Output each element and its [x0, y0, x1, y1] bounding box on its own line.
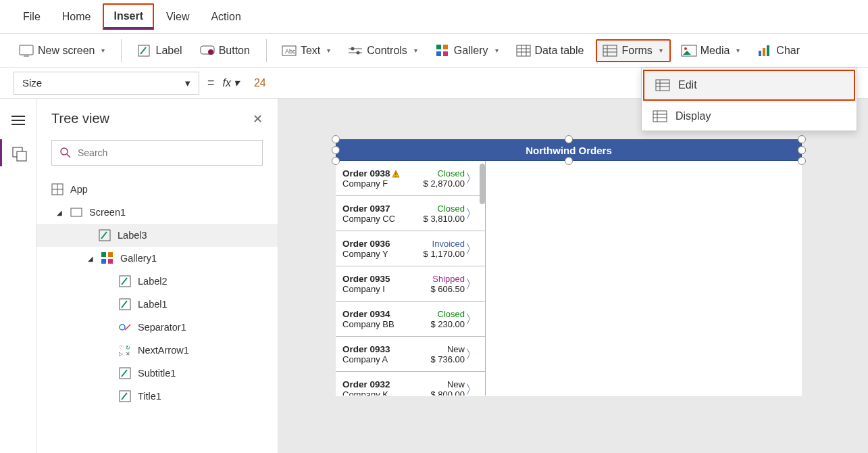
forms-label: Forms	[621, 45, 652, 57]
amount-label: $ 1,170.00	[417, 249, 465, 259]
charts-button[interactable]: Char	[752, 41, 807, 61]
forms-button[interactable]: Forms ▾	[596, 39, 670, 62]
gallery-row[interactable]: Order 0932Company KNew$ 800.00〉	[336, 372, 485, 396]
forms-edit-item[interactable]: Edit	[643, 70, 855, 101]
text-icon: Abc	[283, 45, 295, 57]
status-label: Closed	[417, 309, 465, 319]
gallery-row[interactable]: Order 0935Company IShipped$ 606.50〉	[336, 266, 485, 302]
resize-handle[interactable]	[332, 146, 340, 154]
label-icon	[99, 229, 111, 241]
label-icon	[119, 275, 131, 287]
tree-item-label: Screen1	[89, 207, 126, 218]
resize-handle[interactable]	[332, 135, 340, 143]
tree-item-label3[interactable]: Label3	[36, 224, 278, 247]
resize-handle[interactable]	[565, 135, 573, 143]
tree-item-label2[interactable]: Label2	[36, 270, 278, 293]
gallery-row[interactable]: Order 0937Company CCClosed$ 3,810.00〉	[336, 196, 485, 231]
amount-label: $ 736.00	[417, 354, 465, 364]
top-menu-bar: File Home Insert View Action	[0, 0, 868, 34]
screen-icon	[20, 45, 32, 57]
collapse-icon[interactable]: ◢	[57, 209, 63, 216]
chevron-right-icon[interactable]: 〉	[465, 170, 478, 187]
tab-home[interactable]: Home	[53, 5, 101, 28]
tree-item-title1[interactable]: Title1	[36, 385, 278, 408]
tree-item-nextarrow1[interactable]: ♡↻▷✕ NextArrow1	[36, 339, 278, 362]
tree-view-icon[interactable]	[10, 145, 26, 161]
chevron-right-icon[interactable]: 〉	[465, 311, 478, 327]
gallery-button[interactable]: Gallery ▾	[430, 41, 505, 61]
tree-item-app[interactable]: App	[36, 178, 278, 201]
forms-display-item[interactable]: Display	[642, 102, 857, 130]
svg-rect-29	[656, 80, 669, 91]
controls-button[interactable]: Controls ▾	[342, 41, 424, 61]
resize-handle[interactable]	[565, 157, 573, 165]
order-label: Order 0936	[342, 239, 417, 249]
property-select[interactable]: Size ▾	[14, 72, 199, 95]
forms-display-label: Display	[675, 110, 711, 122]
resize-handle[interactable]	[798, 146, 806, 154]
tree-item-label: Label3	[118, 230, 147, 241]
scrollbar[interactable]	[480, 164, 485, 204]
tab-file[interactable]: File	[14, 5, 50, 28]
chevron-down-icon: ▾	[101, 47, 105, 54]
tree-item-label: Label1	[138, 299, 168, 310]
svg-text:↻: ↻	[126, 345, 130, 351]
tab-view[interactable]: View	[157, 5, 199, 28]
tab-insert[interactable]: Insert	[103, 3, 154, 30]
chevron-down-icon: ▾	[659, 47, 663, 54]
button-button[interactable]: Button	[195, 41, 257, 61]
new-screen-button[interactable]: New screen ▾	[14, 41, 111, 61]
button-icon	[201, 45, 213, 57]
canvas[interactable]: Northwind Orders Order 0938Company FClos…	[278, 99, 868, 453]
chevron-right-icon[interactable]: 〉	[465, 241, 478, 257]
gallery-label: Gallery	[454, 45, 488, 57]
gallery-row[interactable]: Order 0934Company BBClosed$ 230.00〉	[336, 302, 485, 337]
app-icon	[51, 183, 63, 195]
label-button[interactable]: Label	[131, 41, 188, 61]
collapse-icon[interactable]: ◢	[88, 255, 95, 262]
svg-rect-51	[101, 259, 106, 264]
media-button[interactable]: Media ▾	[676, 41, 747, 61]
resize-handle[interactable]	[332, 157, 340, 165]
svg-text:▷: ▷	[119, 351, 124, 357]
title-label-control[interactable]: Northwind Orders	[336, 139, 802, 161]
gallery-control[interactable]: Order 0938Company FClosed$ 2,870.00〉Orde…	[336, 161, 486, 396]
tab-action[interactable]: Action	[201, 5, 250, 28]
svg-point-63	[395, 176, 396, 176]
chevron-right-icon[interactable]: 〉	[465, 346, 478, 362]
form-icon	[657, 79, 669, 91]
tree-item-separator1[interactable]: Separator1	[36, 316, 278, 339]
data-table-button[interactable]: Data table	[511, 41, 591, 61]
form-icon	[654, 110, 666, 122]
tree-item-subtitle1[interactable]: Subtitle1	[36, 362, 278, 385]
svg-rect-15	[517, 45, 530, 56]
svg-rect-41	[17, 151, 26, 161]
gallery-row[interactable]: Order 0938Company FClosed$ 2,870.00〉	[336, 161, 485, 196]
chevron-right-icon[interactable]: 〉	[465, 206, 478, 222]
charts-label: Char	[776, 45, 800, 57]
tree-search[interactable]	[51, 140, 263, 166]
svg-rect-28	[767, 45, 769, 56]
hamburger-icon[interactable]	[10, 112, 26, 128]
resize-handle[interactable]	[798, 157, 806, 165]
chevron-right-icon[interactable]: 〉	[465, 276, 478, 292]
controls-icon	[349, 45, 361, 57]
tree-item-gallery1[interactable]: ◢ Gallery1	[36, 247, 278, 270]
tree-item-label1[interactable]: Label1	[36, 293, 278, 316]
chevron-right-icon[interactable]: 〉	[465, 381, 478, 396]
fx-button[interactable]: fx ▾	[223, 76, 239, 89]
controls-label: Controls	[367, 45, 407, 57]
media-icon	[683, 45, 695, 57]
tree-search-input[interactable]	[78, 147, 254, 158]
separator-icon	[119, 321, 131, 333]
svg-rect-14	[443, 51, 448, 56]
label-icon	[138, 45, 150, 57]
gallery-icon	[436, 45, 449, 57]
status-label: New	[417, 379, 465, 389]
tree-item-screen1[interactable]: ◢ Screen1	[36, 201, 278, 224]
resize-handle[interactable]	[798, 135, 806, 143]
gallery-row[interactable]: Order 0936Company YInvoiced$ 1,170.00〉	[336, 231, 485, 266]
close-icon[interactable]: ✕	[253, 112, 263, 126]
gallery-row[interactable]: Order 0933Company ANew$ 736.00〉	[336, 337, 485, 372]
text-button[interactable]: Abc Text ▾	[276, 41, 337, 61]
